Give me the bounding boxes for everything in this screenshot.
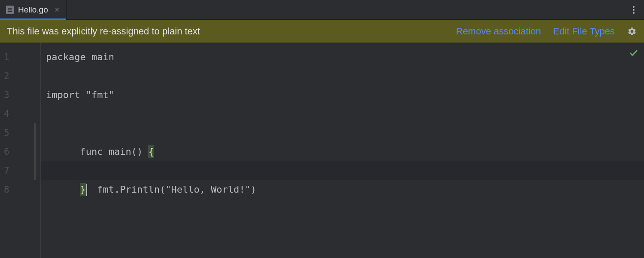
code-line[interactable]: fmt.Println("Hello, World!") [41, 142, 644, 161]
code-line[interactable]: package main [41, 48, 644, 67]
tab-label: Hello.go [18, 5, 48, 15]
edit-file-types-link[interactable]: Edit File Types [553, 26, 615, 37]
line-number[interactable]: 3 [0, 86, 40, 104]
gear-icon[interactable] [627, 26, 637, 37]
intention-bulb-icon[interactable] [53, 148, 61, 156]
code-line[interactable]: import "fmt" [41, 86, 644, 104]
notification-bar: This file was explicitly re-assigned to … [0, 20, 644, 43]
tab-overflow-menu-icon[interactable] [629, 5, 639, 15]
file-icon [6, 6, 14, 14]
fold-indicator[interactable] [34, 142, 36, 161]
line-number[interactable]: 2 [0, 67, 40, 86]
line-number[interactable]: 8 [0, 180, 40, 199]
fold-indicator[interactable] [34, 123, 36, 142]
tab-hello-go[interactable]: Hello.go × [0, 0, 67, 19]
code-line[interactable] [41, 180, 644, 199]
check-ok-icon[interactable] [629, 48, 639, 58]
line-number[interactable]: 1 [0, 48, 40, 67]
notification-message: This file was explicitly re-assigned to … [7, 26, 444, 37]
close-tab-icon[interactable]: × [52, 5, 62, 15]
remove-association-link[interactable]: Remove association [456, 26, 541, 37]
editor-area: 1 2 3 4 5 6 7 8 package main import "fmt… [0, 43, 644, 258]
line-number[interactable]: 4 [0, 104, 40, 123]
code-line[interactable] [41, 104, 644, 123]
code-line[interactable]: func main() { [41, 123, 644, 142]
code-line[interactable] [41, 67, 644, 86]
fold-indicator[interactable] [34, 161, 36, 180]
tab-bar: Hello.go × [0, 0, 644, 20]
code-line-current[interactable]: } [41, 161, 644, 180]
code-area[interactable]: package main import "fmt" func main() { … [41, 43, 644, 258]
